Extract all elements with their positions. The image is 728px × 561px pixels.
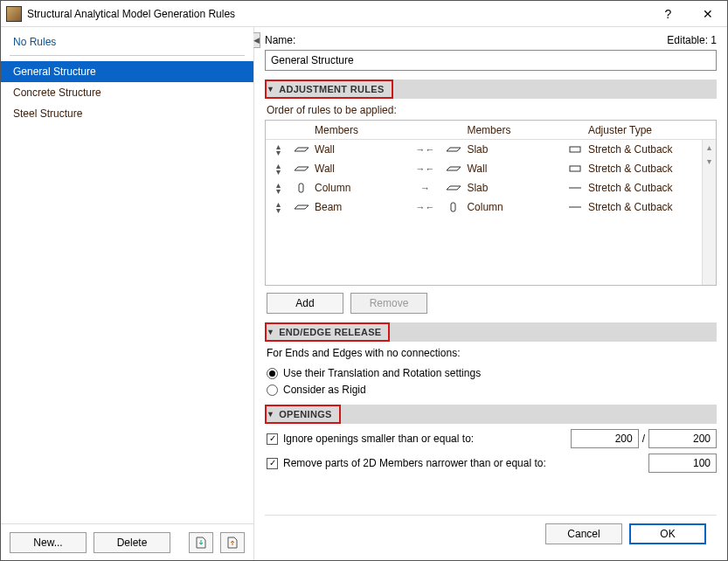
sidebar-item[interactable]: General Structure <box>1 61 253 82</box>
app-icon <box>6 6 22 22</box>
order-label: Order of rules to be applied: <box>267 104 717 116</box>
member-a-icon <box>288 143 315 156</box>
member-b-label: Slab <box>467 182 561 194</box>
table-row[interactable]: ▴▾Column→SlabStretch & Cutback <box>266 178 716 197</box>
name-input[interactable] <box>265 50 717 71</box>
name-label: Name: <box>265 34 295 46</box>
drag-handle-icon[interactable]: ▴▾ <box>266 143 288 156</box>
member-a-icon <box>288 182 315 194</box>
member-a-label: Beam <box>315 201 409 213</box>
adjuster-label: Stretch & Cutback <box>588 143 702 156</box>
release-title: END/EDGE RELEASE <box>279 327 381 337</box>
release-option-rigid[interactable]: Consider as Rigid <box>267 384 717 396</box>
table-scrollbar[interactable]: ▴ ▾ <box>702 140 716 285</box>
direction-icon: → <box>409 183 440 193</box>
sidebar-collapse-handle[interactable]: ◀ <box>253 32 260 48</box>
member-a-icon <box>288 163 315 175</box>
export-icon <box>225 536 239 550</box>
member-b-icon <box>440 143 467 156</box>
scroll-down-icon[interactable]: ▾ <box>703 154 716 168</box>
openings-header-highlight: ▼ OPENINGS <box>265 405 341 424</box>
member-a-label: Wall <box>315 143 409 156</box>
radio-icon <box>267 368 278 379</box>
member-b-icon <box>440 163 467 175</box>
ignore-width-input[interactable] <box>571 429 639 448</box>
openings-header-bar[interactable]: ▼ OPENINGS <box>265 405 717 424</box>
col-members-a: Members <box>315 124 409 136</box>
member-b-icon <box>440 201 467 213</box>
adjuster-label: Stretch & Cutback <box>588 182 702 194</box>
col-members-b: Members <box>467 124 561 136</box>
rules-table: Members Members Adjuster Type ▴▾Wall→←Sl… <box>265 120 717 286</box>
adjuster-label: Stretch & Cutback <box>588 163 702 175</box>
dialog: Structural Analytical Model Generation R… <box>0 0 728 561</box>
adjustment-header-bar[interactable]: ▼ ADJUSTMENT RULES <box>265 80 717 99</box>
export-button[interactable] <box>220 532 245 553</box>
table-header: Members Members Adjuster Type <box>266 121 716 140</box>
sidebar-footer: New... Delete <box>1 523 253 560</box>
drag-handle-icon[interactable]: ▴▾ <box>266 182 288 194</box>
window-title: Structural Analytical Model Generation R… <box>27 8 648 20</box>
new-button[interactable]: New... <box>10 532 87 553</box>
remove-narrow-input[interactable] <box>648 454 717 473</box>
member-a-label: Column <box>315 182 409 194</box>
table-row[interactable]: ▴▾Wall→←SlabStretch & Cutback <box>266 140 716 159</box>
member-b-label: Column <box>467 201 561 213</box>
drag-handle-icon[interactable]: ▴▾ <box>266 201 288 213</box>
svg-rect-2 <box>299 184 303 192</box>
adjustment-title: ADJUSTMENT RULES <box>279 84 384 94</box>
adjuster-icon <box>562 163 588 175</box>
import-icon <box>194 536 208 550</box>
adjuster-icon <box>562 143 588 156</box>
rules-list: No Rules General StructureConcrete Struc… <box>1 27 253 523</box>
col-adjuster: Adjuster Type <box>588 124 702 136</box>
release-header-bar[interactable]: ▼ END/EDGE RELEASE <box>265 322 717 342</box>
scroll-up-icon[interactable]: ▴ <box>703 140 716 154</box>
rules-heading: No Rules <box>1 27 253 55</box>
table-row[interactable]: ▴▾Wall→←WallStretch & Cutback <box>266 159 716 178</box>
table-buttons: Add Remove <box>267 293 717 314</box>
main-panel: Name: Editable: 1 ▼ ADJUSTMENT RULES Ord… <box>254 27 727 560</box>
close-button[interactable]: ✕ <box>688 1 727 27</box>
ok-button[interactable]: OK <box>629 523 706 544</box>
remove-button: Remove <box>350 293 427 314</box>
member-b-icon <box>440 182 467 194</box>
cancel-button[interactable]: Cancel <box>545 523 622 544</box>
chevron-down-icon: ▼ <box>267 410 274 419</box>
remove-narrow-label: Remove parts of 2D Members narrower than… <box>283 457 546 469</box>
adjuster-icon <box>562 201 588 213</box>
member-b-label: Wall <box>467 163 561 175</box>
member-a-icon <box>288 201 315 213</box>
ignore-openings-label: Ignore openings smaller than or equal to… <box>283 433 474 445</box>
ignore-openings-row: Ignore openings smaller than or equal to… <box>267 429 717 448</box>
chevron-down-icon: ▼ <box>267 85 274 94</box>
release-desc: For Ends and Edges with no connections: <box>267 347 717 359</box>
release-header-highlight: ▼ END/EDGE RELEASE <box>265 322 390 342</box>
table-row[interactable]: ▴▾Beam→←ColumnStretch & Cutback <box>266 197 716 217</box>
svg-rect-1 <box>570 166 580 171</box>
import-button[interactable] <box>189 532 213 553</box>
adjuster-label: Stretch & Cutback <box>588 201 702 213</box>
add-button[interactable]: Add <box>267 293 343 314</box>
sidebar-item[interactable]: Steel Structure <box>1 103 253 124</box>
release-option-translation[interactable]: Use their Translation and Rotation setti… <box>267 367 717 379</box>
chevron-down-icon: ▼ <box>267 328 274 336</box>
svg-rect-0 <box>570 147 580 152</box>
remove-narrow-checkbox[interactable] <box>267 458 278 469</box>
direction-icon: →← <box>409 163 440 174</box>
openings-title: OPENINGS <box>279 409 331 419</box>
dialog-body: ◀ No Rules General StructureConcrete Str… <box>1 27 727 560</box>
member-b-label: Slab <box>467 143 561 156</box>
sidebar-item[interactable]: Concrete Structure <box>1 82 253 103</box>
dialog-footer: Cancel OK <box>265 515 717 551</box>
delete-button[interactable]: Delete <box>94 532 170 553</box>
editable-label: Editable: 1 <box>667 34 717 46</box>
ignore-openings-checkbox[interactable] <box>267 433 278 445</box>
name-row: Name: Editable: 1 <box>265 34 717 46</box>
help-button[interactable]: ? <box>648 1 688 27</box>
ignore-height-input[interactable] <box>648 429 717 448</box>
drag-handle-icon[interactable]: ▴▾ <box>266 163 288 175</box>
adjustment-header-highlight: ▼ ADJUSTMENT RULES <box>265 80 393 99</box>
sidebar: ◀ No Rules General StructureConcrete Str… <box>1 27 254 560</box>
remove-narrow-row: Remove parts of 2D Members narrower than… <box>267 454 717 473</box>
